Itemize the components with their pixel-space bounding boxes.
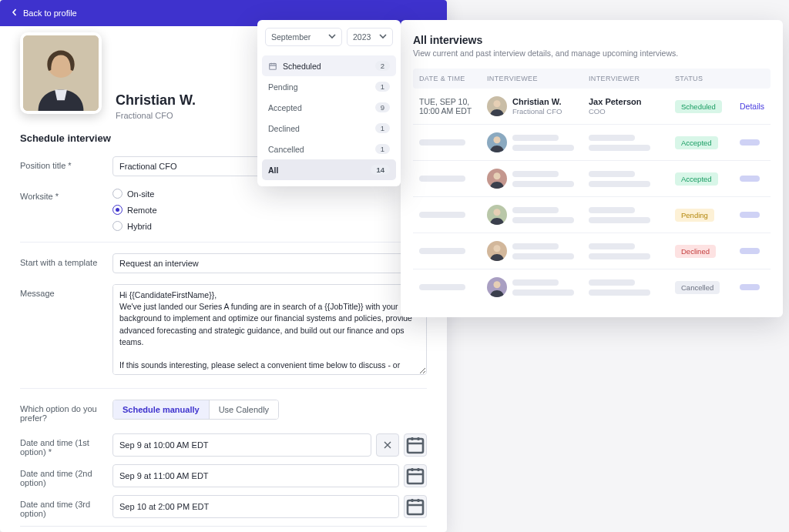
- filter-count: 1: [375, 144, 390, 154]
- calendar-icon: [268, 62, 277, 71]
- worksite-label: Worksite *: [20, 187, 112, 201]
- avatar: [487, 241, 507, 261]
- table-row: Declined: [413, 233, 771, 269]
- status-badge: Accepted: [675, 136, 718, 149]
- chevron-left-icon: [11, 8, 23, 18]
- filter-pending[interactable]: Pending1: [262, 76, 396, 97]
- dt2-calendar-button[interactable]: [404, 464, 427, 487]
- col-interviewer: INTERVIEWER: [589, 75, 672, 82]
- filter-count: 1: [375, 82, 390, 92]
- all-interviews-subtitle: View current and past interview details,…: [413, 49, 771, 58]
- schedule-manually-button[interactable]: Schedule manually: [113, 400, 209, 419]
- dt1-calendar-button[interactable]: [404, 433, 427, 457]
- avatar: [487, 169, 507, 189]
- details-placeholder: [740, 212, 760, 218]
- avatar: [487, 96, 507, 116]
- table-header: DATE & TIME INTERVIEWEE INTERVIEWER STAT…: [413, 69, 771, 89]
- svg-rect-5: [270, 63, 277, 69]
- details-placeholder: [740, 139, 760, 146]
- dt1-input[interactable]: Sep 9 at 10:00 AM EDT: [112, 433, 371, 457]
- dt1-label: Date and time (1st option) *: [20, 433, 112, 457]
- status-badge: Declined: [675, 245, 716, 258]
- schedule-mode-segmented: Schedule manually Use Calendly: [112, 400, 279, 420]
- svg-point-11: [493, 172, 500, 179]
- message-textarea[interactable]: [112, 284, 427, 375]
- filter-scheduled[interactable]: Scheduled2: [262, 55, 396, 76]
- template-label: Start with a template: [20, 253, 112, 267]
- details-placeholder: [740, 284, 760, 290]
- table-row: Cancelled: [413, 269, 771, 305]
- interview-filter-popover: September 2023 Scheduled2Pending1Accepte…: [257, 20, 401, 186]
- dt2-label: Date and time (2nd option): [20, 464, 112, 487]
- avatar: [487, 205, 507, 225]
- svg-point-7: [493, 100, 500, 107]
- position-label: Position title *: [20, 156, 112, 170]
- all-interviews-title: All interviews: [413, 34, 771, 46]
- status-badge: Pending: [675, 209, 714, 222]
- svg-point-9: [493, 136, 500, 143]
- year-select[interactable]: 2023: [347, 28, 393, 46]
- dt3-calendar-button[interactable]: [404, 495, 427, 518]
- message-label: Message: [20, 284, 112, 298]
- filter-accepted[interactable]: Accepted9: [262, 97, 396, 118]
- filter-count: 9: [375, 102, 390, 112]
- worksite-remote-radio[interactable]: Remote: [112, 205, 427, 215]
- svg-point-13: [493, 209, 500, 216]
- avatar: [487, 132, 507, 152]
- avatar: [487, 277, 507, 297]
- candidate-role: Fractional CFO: [116, 111, 173, 120]
- details-placeholder: [740, 176, 760, 182]
- table-row: Accepted: [413, 125, 771, 161]
- chevron-down-icon: [328, 32, 336, 42]
- back-label: Back to profile: [23, 8, 77, 18]
- svg-rect-2: [408, 439, 423, 453]
- status-badge: Accepted: [675, 172, 718, 186]
- table-row: TUE, SEP 10,10:00 AM EDTChristian W.Frac…: [413, 89, 771, 125]
- details-link[interactable]: Details: [740, 102, 764, 111]
- filter-cancelled[interactable]: Cancelled1: [262, 139, 396, 159]
- use-calendly-button[interactable]: Use Calendly: [209, 400, 278, 419]
- table-row: Accepted: [413, 161, 771, 197]
- col-status: STATUS: [675, 75, 737, 82]
- status-badge: Cancelled: [675, 281, 720, 294]
- col-interviewee: INTERVIEWEE: [487, 75, 586, 82]
- candidate-avatar: [20, 32, 102, 114]
- month-select[interactable]: September: [265, 28, 342, 46]
- status-badge: Scheduled: [675, 100, 722, 113]
- svg-rect-3: [408, 470, 423, 483]
- all-interviews-panel: All interviews View current and past int…: [401, 20, 783, 317]
- filter-count: 1: [375, 123, 390, 133]
- filter-count: 14: [371, 165, 390, 175]
- dt3-input[interactable]: Sep 10 at 2:00 PM EDT: [112, 495, 399, 518]
- radio-icon: [112, 221, 123, 231]
- svg-point-15: [493, 245, 500, 252]
- dt3-label: Date and time (3rd option): [20, 495, 112, 518]
- filter-declined[interactable]: Declined1: [262, 118, 396, 139]
- candidate-name: Christian W.: [116, 92, 196, 109]
- filter-all[interactable]: All14: [262, 159, 396, 180]
- details-placeholder: [740, 248, 760, 254]
- dt1-clear-button[interactable]: [376, 433, 399, 457]
- svg-rect-4: [408, 500, 423, 514]
- table-row: Pending: [413, 197, 771, 233]
- dt2-input[interactable]: Sep 9 at 11:00 AM EDT: [112, 464, 399, 487]
- col-date: DATE & TIME: [419, 75, 484, 82]
- filter-count: 2: [375, 61, 390, 71]
- template-select[interactable]: Request an interview: [112, 253, 427, 273]
- worksite-hybrid-radio[interactable]: Hybrid: [112, 221, 427, 231]
- worksite-onsite-radio[interactable]: On-site: [112, 189, 427, 199]
- chevron-down-icon: [379, 32, 387, 42]
- radio-icon: [112, 189, 123, 199]
- svg-point-17: [493, 281, 500, 288]
- radio-icon: [112, 205, 123, 215]
- option-pref-label: Which option do you prefer?: [20, 400, 112, 423]
